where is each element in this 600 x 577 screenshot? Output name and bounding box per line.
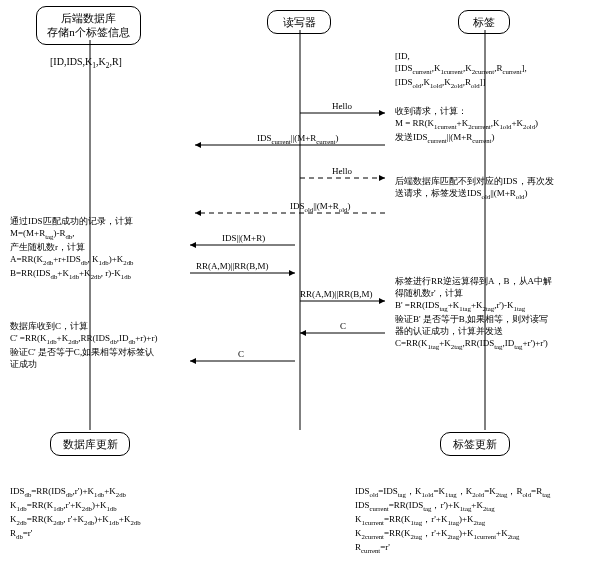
diagram-svg bbox=[0, 0, 600, 577]
